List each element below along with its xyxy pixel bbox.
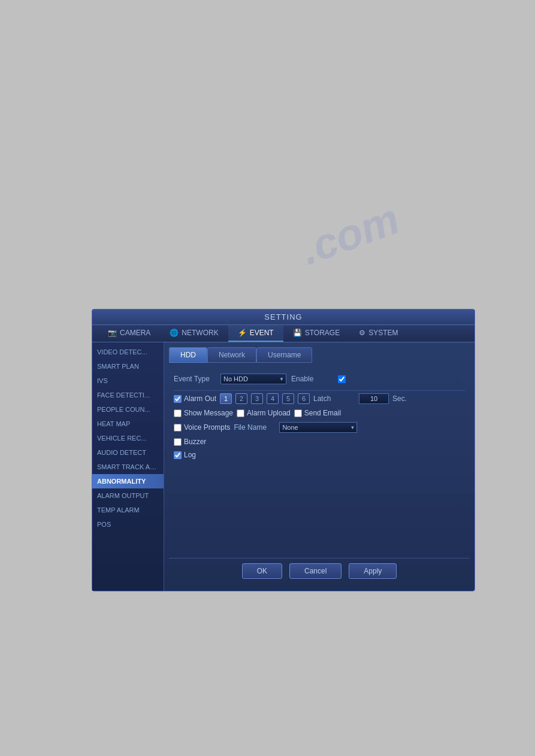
camera-icon: 📷 xyxy=(108,329,117,337)
tab-event[interactable]: ⚡ EVENT xyxy=(228,325,283,342)
file-name-select[interactable]: None xyxy=(279,422,357,433)
show-message-label[interactable]: Show Message xyxy=(174,409,233,417)
enable-checkbox[interactable] xyxy=(338,375,346,383)
latch-label: Latch xyxy=(313,394,355,403)
channel-box-6[interactable]: 6 xyxy=(298,393,310,404)
sidebar-item-smart-track-alarm[interactable]: SMART TRACK ALARM xyxy=(92,460,164,474)
send-email-label[interactable]: Send Email xyxy=(294,409,341,417)
event-type-select-wrapper: No HDD HDD Error HDD Full xyxy=(220,374,286,384)
sidebar-item-ivs[interactable]: IVS xyxy=(92,374,164,388)
sidebar-item-heat-map[interactable]: HEAT MAP xyxy=(92,417,164,431)
storage-icon: 💾 xyxy=(293,329,302,337)
main-panel: HDD Network Username Event Type No HDD H… xyxy=(164,342,474,591)
alarm-upload-label[interactable]: Alarm Upload xyxy=(237,409,291,417)
form-area: Event Type No HDD HDD Error HDD Full Ena… xyxy=(169,368,470,558)
sidebar-item-video-detect[interactable]: VIDEO DETEC... xyxy=(92,345,164,359)
event-type-label: Event Type xyxy=(174,375,216,383)
sub-tab-hdd[interactable]: HDD xyxy=(169,347,207,363)
ok-button[interactable]: OK xyxy=(242,563,282,579)
log-row: Log xyxy=(174,451,465,459)
file-name-label: File Name xyxy=(234,423,276,432)
send-email-checkbox[interactable] xyxy=(294,409,302,417)
sidebar-item-audio-detect[interactable]: AUDIO DETECT xyxy=(92,445,164,460)
event-icon: ⚡ xyxy=(238,329,247,337)
sidebar: VIDEO DETEC... SMART PLAN IVS FACE DETEC… xyxy=(92,342,164,591)
event-type-row: Event Type No HDD HDD Error HDD Full Ena… xyxy=(174,374,465,384)
event-type-select[interactable]: No HDD HDD Error HDD Full xyxy=(220,374,286,384)
cancel-button[interactable]: Cancel xyxy=(289,563,341,579)
system-icon: ⚙ xyxy=(359,329,365,337)
separator-1 xyxy=(174,390,465,391)
sidebar-item-alarm-output[interactable]: ALARM OUTPUT xyxy=(92,488,164,503)
dialog-footer: OK Cancel Apply xyxy=(169,558,470,586)
sidebar-item-face-detect[interactable]: FACE DETECTI... xyxy=(92,388,164,402)
file-name-select-wrapper: None xyxy=(279,422,357,433)
show-message-checkbox[interactable] xyxy=(174,409,182,417)
channel-box-1[interactable]: 1 xyxy=(220,393,232,404)
tab-system[interactable]: ⚙ SYSTEM xyxy=(349,325,407,342)
channel-box-2[interactable]: 2 xyxy=(235,393,247,404)
channel-box-5[interactable]: 5 xyxy=(282,393,294,404)
settings-dialog: SETTING 📷 CAMERA 🌐 NETWORK ⚡ EVENT 💾 STO… xyxy=(92,309,475,591)
alarm-upload-checkbox[interactable] xyxy=(237,409,244,417)
top-tab-bar: 📷 CAMERA 🌐 NETWORK ⚡ EVENT 💾 STORAGE ⚙ S… xyxy=(92,325,474,342)
tab-camera[interactable]: 📷 CAMERA xyxy=(98,325,160,342)
alarm-out-row: Alarm Out 1 2 3 4 5 6 Latch Sec. xyxy=(174,393,465,404)
sidebar-item-temp-alarm[interactable]: TEMP ALARM xyxy=(92,503,164,517)
watermark: .com xyxy=(294,194,406,275)
sidebar-item-smart-plan[interactable]: SMART PLAN xyxy=(92,359,164,374)
channel-box-4[interactable]: 4 xyxy=(267,393,279,404)
buzzer-label[interactable]: Buzzer xyxy=(174,438,206,446)
channel-box-3[interactable]: 3 xyxy=(251,393,263,404)
sidebar-item-abnormality[interactable]: ABNORMALITY xyxy=(92,474,164,488)
tab-network[interactable]: 🌐 NETWORK xyxy=(160,325,228,342)
network-icon: 🌐 xyxy=(170,329,179,337)
buzzer-row: Buzzer xyxy=(174,438,465,446)
apply-button[interactable]: Apply xyxy=(349,563,397,579)
dialog-content: VIDEO DETEC... SMART PLAN IVS FACE DETEC… xyxy=(92,342,474,591)
sub-tab-username[interactable]: Username xyxy=(256,347,312,363)
log-checkbox[interactable] xyxy=(174,451,182,459)
notification-row: Show Message Alarm Upload Send Email xyxy=(174,409,465,417)
alarm-out-checkbox-label[interactable]: Alarm Out xyxy=(174,394,216,403)
sidebar-item-pos[interactable]: POS xyxy=(92,517,164,532)
voice-prompts-label[interactable]: Voice Prompts xyxy=(174,423,230,432)
log-label[interactable]: Log xyxy=(174,451,196,459)
buzzer-checkbox[interactable] xyxy=(174,438,182,446)
voice-prompts-row: Voice Prompts File Name None xyxy=(174,422,465,433)
sidebar-item-people-count[interactable]: PEOPLE COUN... xyxy=(92,402,164,417)
latch-unit: Sec. xyxy=(392,394,407,403)
alarm-out-checkbox[interactable] xyxy=(174,395,182,403)
enable-label: Enable xyxy=(291,375,333,383)
dialog-title: SETTING xyxy=(92,309,474,325)
tab-storage[interactable]: 💾 STORAGE xyxy=(283,325,349,342)
sidebar-item-vehicle-rec[interactable]: VEHICLE REC... xyxy=(92,431,164,445)
sub-tab-network[interactable]: Network xyxy=(207,347,256,363)
voice-prompts-checkbox[interactable] xyxy=(174,424,182,432)
sub-tab-bar: HDD Network Username xyxy=(169,347,470,363)
latch-input[interactable] xyxy=(359,393,389,404)
